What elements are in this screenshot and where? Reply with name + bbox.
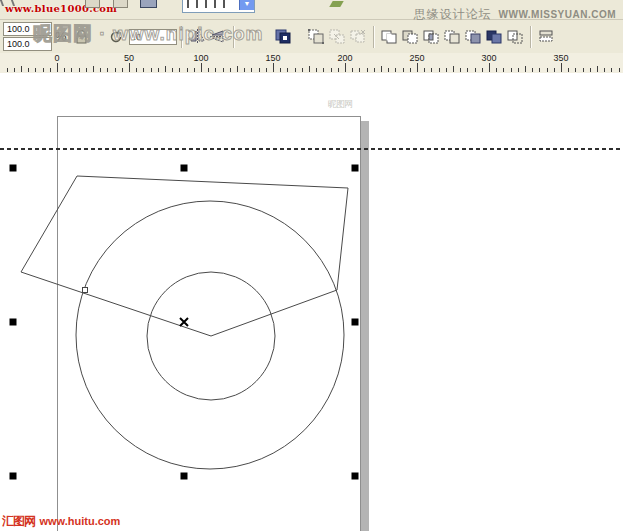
huitu-url-label: www.huitu.com xyxy=(39,515,120,527)
intersect-button[interactable] xyxy=(421,26,442,47)
clipboard-icon[interactable] xyxy=(85,0,100,8)
selection-handle[interactable] xyxy=(181,473,188,480)
horizontal-ruler[interactable]: 050100150200250300350 xyxy=(0,53,623,74)
ungroup-button[interactable] xyxy=(327,26,348,47)
huitu-watermark: 汇图网 www.huitu.com xyxy=(2,511,120,530)
pencil-icon[interactable] xyxy=(329,1,343,7)
rotate-icon xyxy=(106,26,127,47)
mirror-vertical-button[interactable] xyxy=(208,26,229,47)
import-icon[interactable] xyxy=(140,0,157,8)
scale-fields: 100.0 100.0 xyxy=(3,22,52,51)
circle-shape[interactable] xyxy=(76,201,344,469)
weld-button[interactable] xyxy=(379,26,400,47)
group-button[interactable] xyxy=(306,26,327,47)
drawing-canvas[interactable]: 昵图网 汇图网 www.huitu.com xyxy=(0,73,623,531)
combobox-clipped-text xyxy=(187,0,227,8)
combine-button[interactable] xyxy=(536,26,557,47)
combobox-dropdown-arrow[interactable]: ▼ xyxy=(239,0,254,10)
drawing-svg xyxy=(0,73,623,531)
selection-handle[interactable] xyxy=(352,165,359,172)
rotation-input[interactable]: .0 xyxy=(129,29,177,45)
selection-handle[interactable] xyxy=(10,319,17,326)
selection-handle[interactable] xyxy=(10,473,17,480)
selection-center-marker[interactable] xyxy=(180,318,188,326)
to-front-button[interactable] xyxy=(273,26,294,47)
polygon-shape[interactable] xyxy=(21,176,348,336)
separator xyxy=(181,26,183,48)
separator xyxy=(373,26,375,48)
selection-handle[interactable] xyxy=(352,473,359,480)
top-toolbar-row: www.blue1000.com ▼ 思缘设计论坛 WWW.MISSYUAN.C… xyxy=(0,0,623,20)
huitu-logo-label: 汇图网 xyxy=(2,514,35,528)
front-minus-back-button[interactable] xyxy=(463,26,484,47)
app-window: www.blue1000.com ▼ 思缘设计论坛 WWW.MISSYUAN.C… xyxy=(0,0,623,531)
scale-h-input[interactable]: 100.0 xyxy=(3,22,52,36)
scale-v-input[interactable]: 100.0 xyxy=(3,37,52,51)
ungroup-all-button[interactable] xyxy=(348,26,369,47)
selection-handle[interactable] xyxy=(352,319,359,326)
trim-button[interactable] xyxy=(400,26,421,47)
ruler-ticks: 050100150200250300350 xyxy=(0,53,623,73)
percent-label: % xyxy=(55,29,67,44)
create-boundary-button[interactable] xyxy=(505,26,526,47)
missyuan-url-label: WWW.MISSYUAN.COM xyxy=(499,9,616,20)
blue1000-watermark: www.blue1000.com xyxy=(5,3,117,14)
mirror-horizontal-button[interactable] xyxy=(187,26,208,47)
zoom-level-combobox[interactable]: ▼ xyxy=(182,0,255,13)
selection-handle[interactable] xyxy=(181,165,188,172)
undo-icon[interactable] xyxy=(113,0,128,8)
separator xyxy=(530,26,532,48)
property-bar: 100.0 100.0 % .0 xyxy=(0,20,623,53)
selection-handle[interactable] xyxy=(10,165,17,172)
node-marker[interactable] xyxy=(83,288,88,293)
separator xyxy=(233,26,235,48)
back-minus-front-button[interactable] xyxy=(484,26,505,47)
simplify-button[interactable] xyxy=(442,26,463,47)
lock-ratio-icon[interactable] xyxy=(71,26,92,47)
